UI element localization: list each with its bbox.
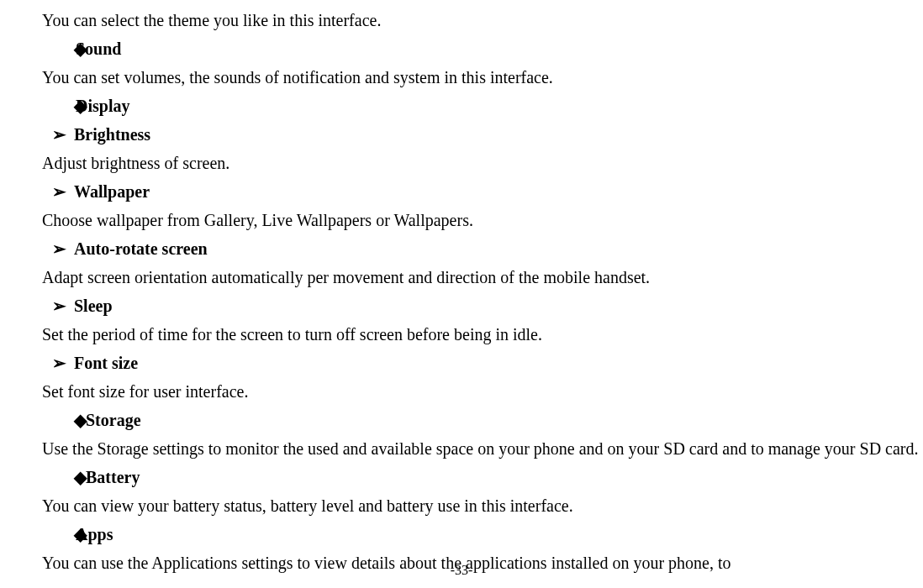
wallpaper-heading: ➢ Wallpaper: [42, 178, 921, 205]
brightness-heading: ➢ Brightness: [42, 121, 921, 148]
arrow-icon: ➢: [42, 349, 74, 376]
brightness-label: Brightness: [74, 121, 150, 148]
autorotate-heading: ➢ Auto-rotate screen: [42, 235, 921, 262]
storage-description: Use the Storage settings to monitor the …: [0, 435, 921, 462]
arrow-icon: ➢: [42, 235, 74, 262]
arrow-icon: ➢: [42, 121, 74, 148]
page-number: -33-: [0, 559, 923, 581]
document-content: You can select the theme you like in thi…: [0, 7, 923, 576]
wallpaper-description: Choose wallpaper from Gallery, Live Wall…: [42, 207, 921, 234]
diamond-icon: ◆: [42, 464, 76, 491]
autorotate-label: Auto-rotate screen: [74, 235, 208, 262]
sleep-heading: ➢ Sleep: [42, 292, 921, 319]
diamond-icon: ◆: [42, 407, 76, 433]
arrow-icon: ➢: [42, 292, 74, 319]
arrow-icon: ➢: [42, 178, 74, 205]
battery-label: Battery: [76, 464, 140, 491]
diamond-icon: ◆: [42, 521, 76, 548]
display-heading: ◆ Display: [42, 92, 921, 119]
sleep-description: Set the period of time for the screen to…: [42, 321, 921, 348]
diamond-icon: ◆: [42, 35, 76, 62]
diamond-icon: ◆: [42, 92, 76, 119]
fontsize-description: Set font size for user interface.: [42, 378, 921, 405]
display-label: Display: [76, 92, 129, 119]
theme-description: You can select the theme you like in thi…: [42, 7, 921, 34]
autorotate-description: Adapt screen orientation automatically p…: [42, 264, 921, 291]
battery-heading: ◆ Battery: [42, 464, 921, 491]
wallpaper-label: Wallpaper: [74, 178, 150, 205]
sound-heading: ◆ Sound: [42, 35, 921, 62]
apps-heading: ◆ Apps: [42, 521, 921, 548]
battery-description: You can view your battery status, batter…: [42, 492, 921, 519]
brightness-description: Adjust brightness of screen.: [42, 150, 921, 176]
storage-label: Storage: [76, 407, 141, 433]
apps-label: Apps: [76, 521, 113, 548]
sound-description: You can set volumes, the sounds of notif…: [42, 64, 921, 91]
sound-label: Sound: [76, 35, 122, 62]
sleep-label: Sleep: [74, 292, 113, 319]
storage-heading: ◆ Storage: [42, 407, 921, 433]
fontsize-heading: ➢ Font size: [42, 349, 921, 376]
fontsize-label: Font size: [74, 349, 138, 376]
